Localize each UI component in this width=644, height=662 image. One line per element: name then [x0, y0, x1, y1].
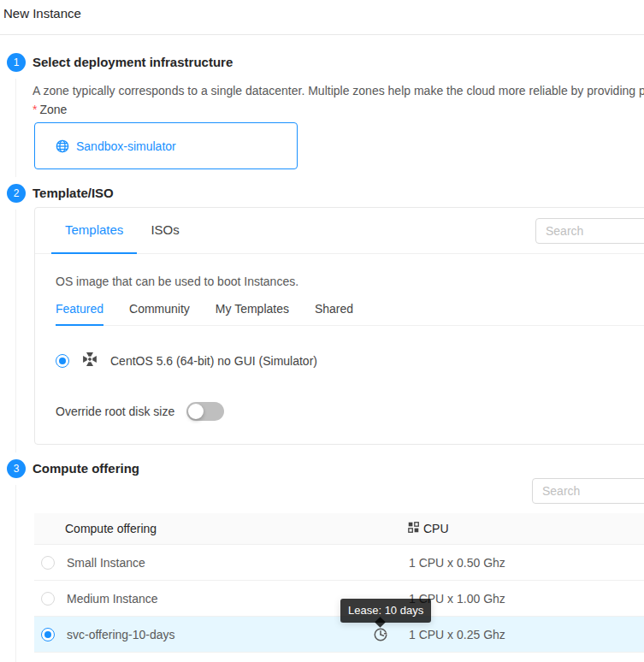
template-radio[interactable] — [56, 354, 69, 368]
step-connector — [15, 79, 16, 177]
template-filter-tabs: Featured Community My Templates Shared — [56, 302, 644, 326]
globe-icon — [56, 139, 69, 153]
step-2-title: Template/ISO — [32, 186, 114, 200]
offering-search-input[interactable] — [532, 478, 644, 504]
new-instance-wizard: New Instance 1 Select deployment infrast… — [0, 0, 644, 662]
grid-icon — [408, 513, 419, 545]
step-1-badge: 1 — [7, 53, 26, 72]
override-root-disk-toggle[interactable] — [186, 402, 224, 421]
offering-name: svc-offering-10-days — [67, 617, 175, 653]
centos-logo-icon — [80, 350, 99, 371]
selected-zone-label: Sandbox-simulator — [76, 139, 176, 153]
subtab-featured[interactable]: Featured — [56, 302, 103, 325]
template-search-input[interactable] — [535, 218, 644, 244]
zone-select-card[interactable]: Sandbox-simulator — [34, 122, 298, 169]
page-title: New Instance — [3, 6, 81, 21]
offering-name: Small Instance — [67, 545, 145, 581]
template-option-row[interactable]: CentOS 5.6 (64-bit) no GUI (Simulator) — [56, 350, 644, 371]
step-1-title: Select deployment infrastructure — [32, 55, 233, 69]
zone-field-label: *Zone — [32, 103, 67, 116]
clock-icon[interactable] — [373, 627, 388, 645]
template-note: OS image that can be used to boot Instan… — [56, 275, 644, 288]
header-divider — [0, 34, 644, 35]
subtab-my-templates[interactable]: My Templates — [216, 302, 289, 325]
table-header-row: Compute offering CPU — [34, 513, 644, 545]
offering-name: Medium Instance — [67, 581, 158, 617]
zone-description: A zone typically corresponds to a single… — [32, 84, 644, 98]
step-connector — [15, 210, 16, 452]
offering-radio-small[interactable] — [41, 556, 55, 570]
required-mark: * — [32, 103, 37, 116]
step-3-badge: 3 — [7, 459, 26, 478]
template-iso-card: Templates ISOs OS image that can be used… — [34, 207, 644, 445]
subtab-community[interactable]: Community — [129, 302, 190, 325]
step-2-badge: 2 — [7, 184, 26, 203]
offering-cpu: 1 CPU x 0.50 Ghz — [409, 545, 505, 581]
column-header-offering: Compute offering — [65, 513, 157, 545]
table-row[interactable]: Medium Instance 1 CPU x 1.00 Ghz — [34, 581, 644, 617]
column-header-cpu: CPU — [408, 513, 449, 545]
override-root-disk-row: Override root disk size — [56, 402, 644, 421]
compute-offering-table: Compute offering CPU Small Instance 1 CP… — [34, 513, 644, 653]
offering-radio-medium[interactable] — [41, 592, 55, 606]
table-row[interactable]: Small Instance 1 CPU x 0.50 Ghz — [34, 545, 644, 581]
table-row-selected[interactable]: svc-offering-10-days 1 CPU x 0.25 Ghz — [34, 617, 644, 653]
lease-tooltip: Lease: 10 days — [340, 599, 431, 623]
step-connector — [15, 485, 16, 662]
step-3-title: Compute offering — [32, 461, 139, 476]
tab-templates[interactable]: Templates — [51, 208, 137, 253]
template-option-label: CentOS 5.6 (64-bit) no GUI (Simulator) — [110, 354, 317, 368]
offering-radio-svc[interactable] — [41, 628, 55, 641]
tab-isos[interactable]: ISOs — [137, 208, 192, 253]
template-tabbar: Templates ISOs — [35, 208, 644, 254]
subtab-shared[interactable]: Shared — [315, 302, 353, 325]
override-toggle-label: Override root disk size — [56, 405, 174, 418]
